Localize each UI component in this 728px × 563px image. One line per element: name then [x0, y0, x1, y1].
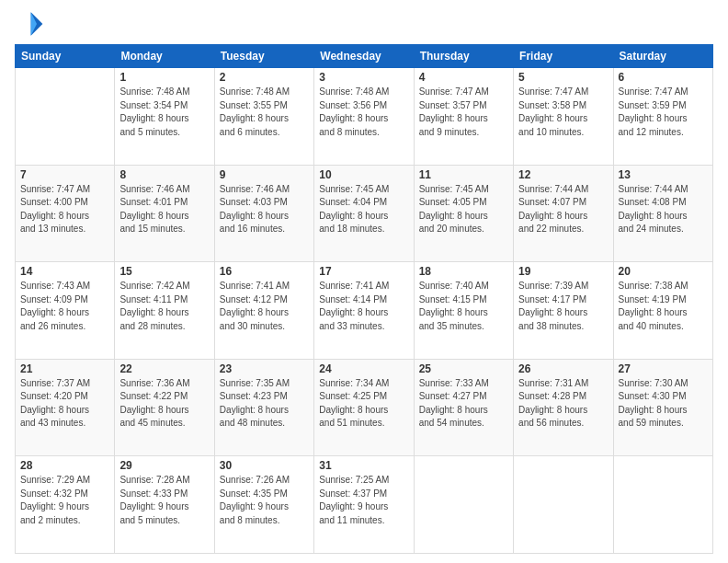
day-number: 27	[619, 362, 708, 375]
day-detail: Sunrise: 7:48 AMSunset: 3:56 PMDaylight:…	[319, 86, 408, 139]
day-number: 20	[619, 265, 708, 278]
day-number: 7	[20, 168, 109, 181]
day-detail: Sunrise: 7:34 AMSunset: 4:25 PMDaylight:…	[319, 377, 408, 431]
day-number: 19	[518, 265, 608, 278]
calendar-cell: 9Sunrise: 7:46 AMSunset: 4:03 PMDaylight…	[214, 165, 313, 262]
weekday-header-thursday: Thursday	[414, 45, 513, 68]
day-detail: Sunrise: 7:41 AMSunset: 4:12 PMDaylight:…	[220, 280, 309, 333]
day-detail: Sunrise: 7:35 AMSunset: 4:23 PMDaylight:…	[220, 377, 309, 431]
calendar-cell: 19Sunrise: 7:39 AMSunset: 4:17 PMDayligh…	[514, 262, 613, 360]
day-detail: Sunrise: 7:41 AMSunset: 4:14 PMDaylight:…	[319, 280, 408, 333]
day-number: 15	[119, 265, 209, 278]
calendar-header-row: SundayMondayTuesdayWednesdayThursdayFrid…	[16, 45, 713, 68]
calendar-cell: 11Sunrise: 7:45 AMSunset: 4:05 PMDayligh…	[414, 165, 513, 262]
day-detail: Sunrise: 7:45 AMSunset: 4:04 PMDaylight:…	[319, 183, 408, 236]
calendar-cell: 31Sunrise: 7:25 AMSunset: 4:37 PMDayligh…	[314, 456, 414, 554]
calendar-cell	[414, 456, 513, 554]
logo-icon	[15, 9, 44, 39]
day-number: 16	[220, 265, 309, 278]
day-detail: Sunrise: 7:47 AMSunset: 4:00 PMDaylight:…	[20, 183, 109, 236]
calendar-table: SundayMondayTuesdayWednesdayThursdayFrid…	[15, 44, 713, 554]
day-number: 18	[419, 265, 508, 278]
day-number: 2	[220, 71, 309, 84]
day-number: 12	[518, 168, 608, 181]
day-number: 5	[518, 71, 608, 84]
weekday-header-tuesday: Tuesday	[214, 45, 313, 68]
day-number: 14	[20, 265, 109, 278]
day-number: 25	[419, 362, 508, 375]
day-detail: Sunrise: 7:31 AMSunset: 4:28 PMDaylight:…	[518, 377, 608, 431]
calendar-cell: 14Sunrise: 7:43 AMSunset: 4:09 PMDayligh…	[16, 262, 115, 360]
day-number: 11	[419, 168, 508, 181]
day-number: 29	[119, 459, 209, 472]
day-detail: Sunrise: 7:38 AMSunset: 4:19 PMDaylight:…	[619, 280, 708, 333]
day-number: 4	[419, 71, 508, 84]
day-number: 30	[220, 459, 309, 472]
day-number: 9	[220, 168, 309, 181]
calendar-cell: 20Sunrise: 7:38 AMSunset: 4:19 PMDayligh…	[613, 262, 712, 360]
calendar-cell: 10Sunrise: 7:45 AMSunset: 4:04 PMDayligh…	[314, 165, 414, 262]
calendar-cell: 4Sunrise: 7:47 AMSunset: 3:57 PMDaylight…	[414, 68, 513, 166]
calendar-week-row: 14Sunrise: 7:43 AMSunset: 4:09 PMDayligh…	[16, 262, 713, 360]
calendar-cell: 29Sunrise: 7:28 AMSunset: 4:33 PMDayligh…	[115, 456, 214, 554]
calendar-cell: 16Sunrise: 7:41 AMSunset: 4:12 PMDayligh…	[214, 262, 313, 360]
weekday-header-monday: Monday	[115, 45, 214, 68]
day-detail: Sunrise: 7:36 AMSunset: 4:22 PMDaylight:…	[119, 377, 209, 431]
day-number: 3	[319, 71, 408, 84]
calendar-cell: 25Sunrise: 7:33 AMSunset: 4:27 PMDayligh…	[414, 359, 513, 456]
calendar-cell: 8Sunrise: 7:46 AMSunset: 4:01 PMDaylight…	[115, 165, 214, 262]
calendar-cell: 1Sunrise: 7:48 AMSunset: 3:54 PMDaylight…	[115, 68, 214, 166]
day-number: 21	[20, 362, 109, 375]
calendar-cell: 30Sunrise: 7:26 AMSunset: 4:35 PMDayligh…	[214, 456, 313, 554]
calendar-week-row: 7Sunrise: 7:47 AMSunset: 4:00 PMDaylight…	[16, 165, 713, 262]
day-detail: Sunrise: 7:26 AMSunset: 4:35 PMDaylight:…	[220, 474, 309, 527]
calendar-cell: 17Sunrise: 7:41 AMSunset: 4:14 PMDayligh…	[314, 262, 414, 360]
day-detail: Sunrise: 7:48 AMSunset: 3:54 PMDaylight:…	[119, 86, 209, 139]
calendar-cell: 3Sunrise: 7:48 AMSunset: 3:56 PMDaylight…	[314, 68, 414, 166]
calendar-cell: 2Sunrise: 7:48 AMSunset: 3:55 PMDaylight…	[214, 68, 313, 166]
day-detail: Sunrise: 7:48 AMSunset: 3:55 PMDaylight:…	[220, 86, 309, 139]
day-number: 1	[119, 71, 209, 84]
calendar-cell	[16, 68, 115, 166]
day-detail: Sunrise: 7:33 AMSunset: 4:27 PMDaylight:…	[419, 377, 508, 431]
calendar-cell: 27Sunrise: 7:30 AMSunset: 4:30 PMDayligh…	[613, 359, 712, 456]
day-number: 13	[619, 168, 708, 181]
day-detail: Sunrise: 7:30 AMSunset: 4:30 PMDaylight:…	[619, 377, 708, 431]
day-detail: Sunrise: 7:39 AMSunset: 4:17 PMDaylight:…	[518, 280, 608, 333]
day-detail: Sunrise: 7:47 AMSunset: 3:58 PMDaylight:…	[518, 86, 608, 139]
day-number: 17	[319, 265, 408, 278]
day-detail: Sunrise: 7:40 AMSunset: 4:15 PMDaylight:…	[419, 280, 508, 333]
page: SundayMondayTuesdayWednesdayThursdayFrid…	[0, 0, 728, 563]
day-detail: Sunrise: 7:29 AMSunset: 4:32 PMDaylight:…	[20, 474, 109, 527]
day-detail: Sunrise: 7:25 AMSunset: 4:37 PMDaylight:…	[319, 474, 408, 527]
calendar-cell: 28Sunrise: 7:29 AMSunset: 4:32 PMDayligh…	[16, 456, 115, 554]
weekday-header-friday: Friday	[514, 45, 613, 68]
day-detail: Sunrise: 7:44 AMSunset: 4:08 PMDaylight:…	[619, 183, 708, 236]
calendar-cell: 6Sunrise: 7:47 AMSunset: 3:59 PMDaylight…	[613, 68, 712, 166]
logo	[15, 9, 46, 39]
day-detail: Sunrise: 7:46 AMSunset: 4:03 PMDaylight:…	[220, 183, 309, 236]
day-detail: Sunrise: 7:45 AMSunset: 4:05 PMDaylight:…	[419, 183, 508, 236]
day-number: 23	[220, 362, 309, 375]
weekday-header-sunday: Sunday	[16, 45, 115, 68]
calendar-cell: 12Sunrise: 7:44 AMSunset: 4:07 PMDayligh…	[514, 165, 613, 262]
day-detail: Sunrise: 7:46 AMSunset: 4:01 PMDaylight:…	[119, 183, 209, 236]
calendar-cell: 24Sunrise: 7:34 AMSunset: 4:25 PMDayligh…	[314, 359, 414, 456]
calendar-cell: 23Sunrise: 7:35 AMSunset: 4:23 PMDayligh…	[214, 359, 313, 456]
day-detail: Sunrise: 7:44 AMSunset: 4:07 PMDaylight:…	[518, 183, 608, 236]
header	[15, 9, 713, 39]
calendar-cell: 15Sunrise: 7:42 AMSunset: 4:11 PMDayligh…	[115, 262, 214, 360]
day-detail: Sunrise: 7:47 AMSunset: 3:59 PMDaylight:…	[619, 86, 708, 139]
calendar-cell: 22Sunrise: 7:36 AMSunset: 4:22 PMDayligh…	[115, 359, 214, 456]
calendar-cell: 26Sunrise: 7:31 AMSunset: 4:28 PMDayligh…	[514, 359, 613, 456]
weekday-header-saturday: Saturday	[613, 45, 712, 68]
calendar-cell: 21Sunrise: 7:37 AMSunset: 4:20 PMDayligh…	[16, 359, 115, 456]
day-detail: Sunrise: 7:37 AMSunset: 4:20 PMDaylight:…	[20, 377, 109, 431]
calendar-cell	[613, 456, 712, 554]
day-detail: Sunrise: 7:28 AMSunset: 4:33 PMDaylight:…	[119, 474, 209, 527]
calendar-cell: 18Sunrise: 7:40 AMSunset: 4:15 PMDayligh…	[414, 262, 513, 360]
day-number: 22	[119, 362, 209, 375]
calendar-week-row: 21Sunrise: 7:37 AMSunset: 4:20 PMDayligh…	[16, 359, 713, 456]
day-number: 26	[518, 362, 608, 375]
calendar-cell	[514, 456, 613, 554]
